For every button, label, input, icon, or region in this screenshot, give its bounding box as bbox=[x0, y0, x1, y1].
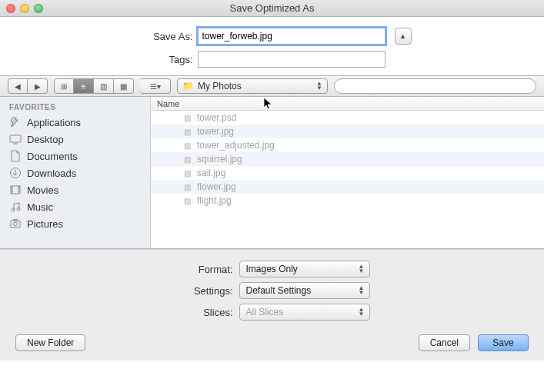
search-input[interactable] bbox=[334, 78, 536, 94]
folder-path-label: My Photos bbox=[198, 81, 242, 91]
file-row: ▨squirrel.jpg bbox=[151, 152, 544, 166]
svg-point-6 bbox=[14, 222, 18, 226]
format-popup[interactable]: Images Only ▲▼ bbox=[239, 261, 370, 277]
sidebar-item-documents[interactable]: Documents bbox=[0, 148, 150, 164]
updown-arrows-icon: ▲▼ bbox=[359, 264, 365, 274]
file-icon: ▨ bbox=[182, 140, 192, 151]
sidebar-item-downloads[interactable]: Downloads bbox=[0, 164, 150, 181]
options-panel: Format: Images Only ▲▼ Settings: Default… bbox=[0, 249, 544, 360]
pictures-icon bbox=[9, 218, 22, 230]
sidebar-item-label: Movies bbox=[27, 184, 58, 196]
file-list-area: Name ▨tower.psd ▨tower.jpg ▨tower_adjust… bbox=[151, 97, 544, 248]
file-name: squirrel.jpg bbox=[197, 154, 242, 164]
sidebar-section-header: FAVORITES bbox=[0, 100, 150, 114]
sidebar-item-label: Downloads bbox=[27, 168, 76, 179]
save-as-input[interactable] bbox=[198, 28, 385, 45]
file-name: tower.psd bbox=[197, 112, 236, 123]
file-list: ▨tower.psd ▨tower.jpg ▨tower_adjusted.jp… bbox=[151, 111, 544, 248]
format-label: Format: bbox=[175, 264, 233, 275]
file-name: flower.jpg bbox=[197, 181, 236, 192]
collapse-toggle-button[interactable]: ▲ bbox=[395, 28, 412, 45]
updown-arrows-icon: ▲▼ bbox=[359, 286, 365, 295]
file-icon: ▨ bbox=[182, 168, 192, 178]
chevron-right-icon: ▶ bbox=[35, 82, 41, 91]
back-button[interactable]: ◀ bbox=[8, 78, 28, 94]
chevron-left-icon: ◀ bbox=[15, 82, 21, 91]
settings-popup[interactable]: Default Settings ▲▼ bbox=[239, 282, 370, 299]
sidebar-item-label: Applications bbox=[27, 117, 81, 128]
svg-rect-5 bbox=[11, 221, 20, 228]
coverflow-icon: ▦ bbox=[120, 82, 127, 91]
file-row: ▨flight.jpg bbox=[151, 194, 544, 208]
file-name: sail.jpg bbox=[197, 168, 225, 178]
folder-icon: 📁 bbox=[182, 81, 194, 91]
save-as-label: Save As: bbox=[133, 31, 193, 42]
sidebar-item-music[interactable]: Music bbox=[0, 198, 150, 215]
slices-value: All Slices bbox=[246, 307, 284, 317]
chevron-up-icon: ▲ bbox=[399, 32, 406, 40]
movies-icon bbox=[9, 184, 22, 196]
file-row: ▨tower.jpg bbox=[151, 125, 544, 138]
svg-rect-0 bbox=[10, 135, 21, 142]
columns-icon: ▥ bbox=[100, 82, 107, 91]
sidebar-item-desktop[interactable]: Desktop bbox=[0, 131, 150, 148]
file-row: ▨tower.psd bbox=[151, 111, 544, 125]
nav-buttons: ◀ ▶ bbox=[8, 78, 48, 94]
list-icon: ≡ bbox=[82, 82, 86, 91]
music-icon bbox=[9, 201, 22, 213]
grid-icon: ⊞ bbox=[61, 82, 67, 91]
forward-button[interactable]: ▶ bbox=[28, 78, 48, 94]
sidebar-item-pictures[interactable]: Pictures bbox=[0, 215, 150, 232]
arrange-icon: ☰▾ bbox=[150, 82, 161, 91]
icon-view-button[interactable]: ⊞ bbox=[54, 78, 74, 94]
file-name: tower_adjusted.jpg bbox=[197, 140, 275, 151]
settings-label: Settings: bbox=[175, 285, 233, 297]
file-name: flight.jpg bbox=[197, 195, 232, 206]
sidebar-item-label: Desktop bbox=[27, 134, 64, 145]
desktop-icon bbox=[9, 133, 22, 145]
sidebar: FAVORITES Applications Desktop Documents… bbox=[0, 97, 151, 248]
view-mode-buttons: ⊞ ≡ ▥ ▦ bbox=[54, 78, 134, 94]
save-fields: Save As: ▲ Tags: bbox=[0, 17, 544, 75]
save-button[interactable]: Save bbox=[478, 334, 529, 351]
arrange-button[interactable]: ☰▾ bbox=[140, 78, 171, 94]
sidebar-item-movies[interactable]: Movies bbox=[0, 181, 150, 198]
file-row: ▨sail.jpg bbox=[151, 166, 544, 180]
file-icon: ▨ bbox=[182, 112, 192, 123]
list-view-button[interactable]: ≡ bbox=[74, 78, 94, 94]
file-row: ▨tower_adjusted.jpg bbox=[151, 138, 544, 152]
file-icon: ▨ bbox=[182, 126, 192, 137]
documents-icon bbox=[9, 150, 22, 162]
file-browser: FAVORITES Applications Desktop Documents… bbox=[0, 97, 544, 249]
settings-value: Default Settings bbox=[246, 285, 312, 296]
file-icon: ▨ bbox=[182, 181, 192, 192]
updown-arrows-icon: ▲▼ bbox=[316, 81, 322, 91]
applications-icon bbox=[9, 116, 22, 128]
column-view-button[interactable]: ▥ bbox=[94, 78, 114, 94]
updown-arrows-icon: ▲▼ bbox=[359, 307, 365, 317]
sidebar-item-label: Documents bbox=[27, 151, 78, 162]
file-name: tower.jpg bbox=[197, 126, 234, 137]
window-title: Save Optimized As bbox=[0, 2, 544, 14]
sidebar-item-applications[interactable]: Applications bbox=[0, 114, 150, 131]
sidebar-item-label: Music bbox=[27, 201, 53, 213]
folder-path-popup[interactable]: 📁 My Photos ▲▼ bbox=[177, 78, 328, 94]
coverflow-view-button[interactable]: ▦ bbox=[114, 78, 134, 94]
format-value: Images Only bbox=[246, 264, 298, 274]
slices-label: Slices: bbox=[175, 307, 233, 318]
sidebar-item-label: Pictures bbox=[27, 218, 63, 230]
file-icon: ▨ bbox=[182, 195, 192, 206]
downloads-icon bbox=[9, 167, 22, 179]
title-bar: Save Optimized As bbox=[0, 0, 544, 17]
slices-popup: All Slices ▲▼ bbox=[239, 304, 370, 321]
new-folder-button[interactable]: New Folder bbox=[15, 334, 85, 351]
file-icon: ▨ bbox=[182, 154, 192, 164]
column-header-name[interactable]: Name bbox=[151, 97, 544, 111]
browser-toolbar: ◀ ▶ ⊞ ≡ ▥ ▦ ☰▾ 📁 My Photos ▲▼ 🔍 bbox=[0, 75, 544, 97]
file-row: ▨flower.jpg bbox=[151, 180, 544, 194]
tags-label: Tags: bbox=[133, 54, 193, 65]
tags-input[interactable] bbox=[198, 51, 385, 68]
cancel-button[interactable]: Cancel bbox=[419, 334, 470, 351]
